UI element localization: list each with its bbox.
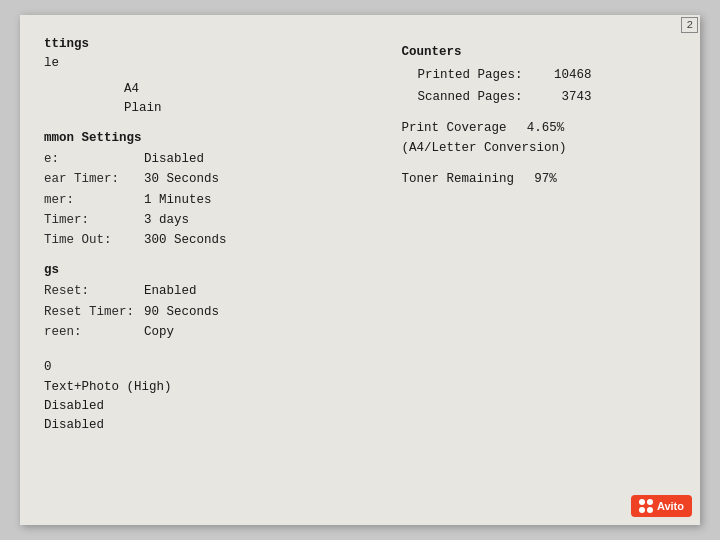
right-column: Counters Printed Pages: 10468 Scanned Pa…: [392, 35, 676, 505]
settings-value-2: 1 Minutes: [144, 191, 212, 210]
settings-row2-2: reen: Copy: [44, 323, 382, 342]
settings-label-1: ear Timer:: [44, 170, 144, 189]
paper-document: 2 ttings le A4 Plain mmon Settings e: Di…: [20, 15, 700, 525]
bottom-value-0: 0: [44, 358, 382, 377]
partial-title: ttings: [44, 35, 382, 54]
settings-row2-0: Reset: Enabled: [44, 282, 382, 301]
settings-value-1: 30 Seconds: [144, 170, 219, 189]
section2-title: gs: [44, 261, 382, 280]
bottom-value-2: Disabled: [44, 397, 382, 416]
counters-title: Counters: [402, 43, 676, 62]
settings-row-4: Time Out: 300 Seconds: [44, 231, 382, 250]
scanned-pages-label: Scanned Pages:: [402, 88, 532, 107]
settings-label2-0: Reset:: [44, 282, 144, 301]
toner-section: Toner Remaining 97%: [402, 170, 676, 189]
paper-size: A4: [124, 80, 382, 99]
bottom-value-3: Disabled: [44, 416, 382, 435]
paper-type: Plain: [124, 99, 382, 118]
settings-row-0: e: Disabled: [44, 150, 382, 169]
settings-label-4: Time Out:: [44, 231, 144, 250]
print-coverage-label: Print Coverage: [402, 119, 507, 138]
settings-row-3: Timer: 3 days: [44, 211, 382, 230]
settings-label2-2: reen:: [44, 323, 144, 342]
settings-row-1: ear Timer: 30 Seconds: [44, 170, 382, 189]
page-number: 2: [681, 17, 698, 33]
scanned-pages-row: Scanned Pages: 3743: [402, 88, 676, 107]
scanned-pages-value: 3743: [532, 88, 592, 107]
printed-pages-label: Printed Pages:: [402, 66, 532, 85]
settings-value-4: 300 Seconds: [144, 231, 227, 250]
settings-value2-1: 90 Seconds: [144, 303, 219, 322]
avito-dots-icon: [639, 499, 653, 513]
print-coverage-value: 4.65%: [527, 119, 565, 138]
settings-label-2: mer:: [44, 191, 144, 210]
settings-label-3: Timer:: [44, 211, 144, 230]
bottom-value-1: Text+Photo (High): [44, 378, 382, 397]
coverage-section: Print Coverage 4.65% (A4/Letter Conversi…: [402, 119, 676, 158]
partial-subtitle: le: [44, 54, 382, 73]
settings-row2-1: Reset Timer: 90 Seconds: [44, 303, 382, 322]
printed-pages-value: 10468: [532, 66, 592, 85]
settings-value2-2: Copy: [144, 323, 174, 342]
toner-remaining-label: Toner Remaining: [402, 170, 515, 189]
avito-label: Avito: [657, 500, 684, 512]
settings-value2-0: Enabled: [144, 282, 197, 301]
settings-row-2: mer: 1 Minutes: [44, 191, 382, 210]
left-column: ttings le A4 Plain mmon Settings e: Disa…: [44, 35, 392, 505]
print-coverage-sub: (A4/Letter Conversion): [402, 139, 676, 158]
settings-label2-1: Reset Timer:: [44, 303, 144, 322]
avito-badge: Avito: [631, 495, 692, 517]
settings-value-0: Disabled: [144, 150, 204, 169]
printed-pages-row: Printed Pages: 10468: [402, 66, 676, 85]
settings-label-0: e:: [44, 150, 144, 169]
common-settings-title: mmon Settings: [44, 129, 382, 148]
toner-remaining-value: 97%: [534, 170, 557, 189]
settings-value-3: 3 days: [144, 211, 189, 230]
